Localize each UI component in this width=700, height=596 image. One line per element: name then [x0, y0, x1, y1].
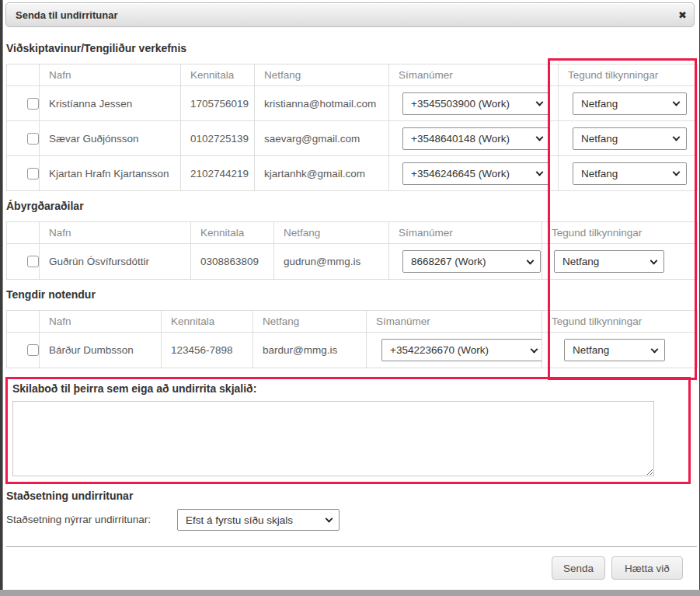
col-header-name: Nafn [40, 222, 191, 244]
col-header-notification-type: Tegund tilkynningar [559, 64, 698, 86]
row-checkbox[interactable] [27, 256, 39, 267]
col-header-checkbox [7, 311, 40, 333]
phone-select[interactable]: +3548640148 (Work) [402, 127, 550, 150]
cell-name: Guðrún Ósvífursdóttir [40, 244, 191, 280]
placement-select-value: Efst á fyrstu síðu skjals [178, 514, 293, 526]
linked-users-table: Nafn Kennitala Netfang Símanúmer Tegund … [6, 310, 698, 368]
col-header-phone: Símanúmer [367, 311, 542, 333]
col-header-notification-type: Tegund tilkynningar [542, 222, 698, 244]
cell-email: kristianna@hotmail.com [255, 86, 389, 121]
table-header-row: Nafn Kennitala Netfang Símanúmer Tegund … [7, 311, 698, 333]
chevron-down-icon [651, 345, 659, 353]
section-heading-clients: Viðskiptavinur/Tengiliður verkefnis [6, 42, 186, 54]
chevron-down-icon [326, 515, 333, 523]
col-header-email: Netfang [253, 311, 367, 333]
table-row: Kjartan Hrafn Kjartansson 2102744219 kja… [7, 156, 698, 191]
col-header-kennitala: Kennitala [162, 311, 253, 333]
chevron-down-icon [527, 256, 535, 264]
cancel-button[interactable]: Hætta við [611, 556, 683, 580]
cell-kennitala: 2102744219 [181, 156, 255, 191]
row-checkbox[interactable] [27, 168, 39, 179]
col-header-checkbox [7, 64, 40, 86]
col-header-email: Netfang [274, 222, 389, 244]
cell-kennitala: 1705756019 [181, 86, 255, 121]
col-header-name: Nafn [40, 64, 181, 86]
cell-email: bardur@mmg.is [253, 333, 367, 368]
section-heading-responsible-parties: Ábyrgðaraðilar [6, 200, 84, 212]
row-checkbox[interactable] [27, 344, 39, 356]
notification-select-value: Netfang [573, 168, 618, 179]
placement-heading: Staðsetning undirritunar [6, 490, 133, 502]
message-label: Skilaboð til þeirra sem eiga að undirrit… [12, 382, 256, 395]
dialog-title: Senda til undirritunar [6, 9, 117, 21]
notification-select-value: Netfang [555, 256, 599, 267]
send-button[interactable]: Senda [552, 556, 605, 580]
close-icon[interactable]: ✖ [678, 3, 687, 28]
cell-email: kjartanhk@gmail.com [255, 156, 389, 191]
chevron-down-icon [531, 345, 538, 353]
notification-type-select[interactable]: Netfang [573, 162, 687, 185]
table-row: Bárður Dumbsson 123456-7898 bardur@mmg.i… [7, 333, 698, 368]
placement-select[interactable]: Efst á fyrstu síðu skjals [177, 509, 340, 531]
page-background-strip [0, 590, 700, 596]
cell-name: Bárður Dumbsson [40, 333, 162, 368]
phone-select[interactable]: +3545503900 (Work) [402, 92, 550, 115]
col-header-kennitala: Kennitala [181, 64, 255, 86]
chevron-down-icon [536, 169, 544, 176]
phone-select-value: +3542236670 (Work) [382, 344, 489, 356]
row-checkbox[interactable] [27, 133, 39, 145]
phone-select[interactable]: 8668267 (Work) [402, 250, 541, 273]
section-heading-linked-users: Tengdir notendur [6, 288, 96, 301]
cell-kennitala: 0102725139 [181, 121, 255, 156]
chevron-down-icon [536, 134, 544, 141]
row-checkbox[interactable] [27, 98, 39, 110]
col-header-email: Netfang [255, 64, 389, 86]
table-row: Sævar Guðjónsson 0102725139 saevarg@gmai… [7, 121, 698, 156]
phone-select-value: +3546246645 (Work) [403, 168, 510, 179]
cell-name: Kristíanna Jessen [40, 86, 181, 121]
message-textarea[interactable] [12, 401, 654, 476]
footer-divider [6, 546, 697, 547]
cell-name: Sævar Guðjónsson [40, 121, 181, 156]
chevron-down-icon [673, 169, 681, 176]
col-header-phone: Símanúmer [389, 64, 559, 86]
notification-select-value: Netfang [573, 133, 618, 145]
col-header-kennitala: Kennitala [191, 222, 274, 244]
chevron-down-icon [673, 134, 681, 141]
table-row: Guðrún Ósvífursdóttir 0308863809 gudrun@… [7, 244, 698, 280]
chevron-down-icon [673, 99, 681, 106]
notification-select-value: Netfang [573, 98, 618, 110]
phone-select-value: 8668267 (Work) [403, 256, 486, 267]
col-header-checkbox [7, 222, 40, 244]
dialog-titlebar: Senda til undirritunar ✖ [5, 2, 695, 27]
cell-email: saevarg@gmail.com [255, 121, 389, 156]
phone-select[interactable]: +3546246645 (Work) [402, 162, 550, 185]
cell-name: Kjartan Hrafn Kjartansson [40, 156, 181, 191]
table-row: Kristíanna Jessen 1705756019 kristianna@… [7, 86, 698, 121]
notification-type-select[interactable]: Netfang [573, 92, 687, 115]
col-header-notification-type: Tegund tilkynningar [542, 311, 698, 333]
notification-select-value: Netfang [565, 344, 609, 356]
notification-type-select[interactable]: Netfang [573, 127, 687, 150]
notification-type-select[interactable]: Netfang [554, 250, 664, 273]
chevron-down-icon [536, 99, 544, 106]
cell-kennitala: 123456-7898 [162, 333, 253, 368]
cell-kennitala: 0308863809 [191, 244, 274, 280]
table-header-row: Nafn Kennitala Netfang Símanúmer Tegund … [7, 222, 698, 244]
responsible-parties-table: Nafn Kennitala Netfang Símanúmer Tegund … [6, 221, 698, 280]
notification-type-select[interactable]: Netfang [564, 339, 665, 361]
clients-table: Nafn Kennitala Netfang Símanúmer Tegund … [6, 64, 698, 191]
phone-select-value: +3548640148 (Work) [403, 133, 510, 145]
chevron-down-icon [650, 256, 658, 264]
phone-select[interactable]: +3542236670 (Work) [381, 339, 542, 361]
col-header-phone: Símanúmer [389, 222, 542, 244]
cell-email: gudrun@mmg.is [274, 244, 389, 280]
col-header-name: Nafn [40, 311, 162, 333]
phone-select-value: +3545503900 (Work) [403, 98, 510, 110]
placement-label: Staðsetning nýrrar undirritunar: [6, 509, 151, 531]
table-header-row: Nafn Kennitala Netfang Símanúmer Tegund … [7, 64, 698, 86]
